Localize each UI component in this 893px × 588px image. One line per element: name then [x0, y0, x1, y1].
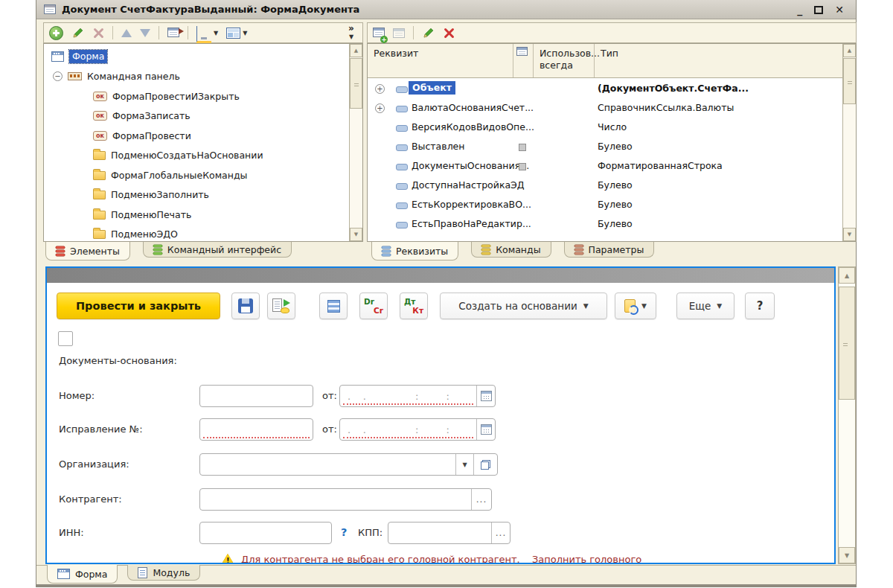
attribute-row[interactable]: Выставлен Булево — [368, 138, 856, 157]
kpp-field[interactable]: ... — [388, 522, 510, 544]
combo-dropdown-icon[interactable]: ▼ — [455, 454, 473, 475]
dr-cr-button[interactable]: Dr Cr — [359, 293, 388, 319]
tree-item[interactable]: ок ФормаПровести — [44, 126, 191, 145]
preview-form-button[interactable]: ▼ — [196, 27, 218, 39]
window-titlebar[interactable]: Документ СчетФактураВыданный: ФормаДокум… — [36, 0, 856, 19]
expand-icon[interactable]: + — [375, 84, 385, 94]
number-input[interactable] — [199, 385, 313, 407]
tree-item[interactable]: ок ФормаПровестиИЗакрыть — [44, 86, 240, 106]
open-button[interactable] — [473, 454, 497, 475]
create-based-on-button[interactable]: Создать на основании ▼ — [440, 293, 607, 319]
delete-attribute-icon[interactable] — [444, 28, 455, 39]
tab-module[interactable]: Модуль — [127, 565, 200, 581]
date-field[interactable]: . . : : — [339, 385, 496, 407]
tree-item[interactable]: ПодменюЗаполнить — [44, 185, 209, 204]
toolbar-overflow-button[interactable]: » ▼ — [345, 24, 357, 43]
check-elements-icon[interactable] — [167, 26, 179, 40]
organization-combo[interactable]: ▼ — [199, 453, 498, 476]
tab-label: Элементы — [70, 246, 120, 257]
use-always-checkbox[interactable] — [519, 144, 526, 151]
scroll-down-icon[interactable]: ▼ — [839, 547, 855, 563]
tree-item-form-root[interactable]: Форма — [44, 47, 107, 66]
attribute-row[interactable]: ЕстьКорректировкаВО... Булево — [368, 196, 856, 215]
warning-action-link[interactable]: Заполнить головного — [532, 554, 641, 564]
add-attribute-icon[interactable]: + — [373, 26, 385, 40]
move-down-icon[interactable] — [140, 29, 150, 37]
tree-item[interactable]: ПодменюЭДО — [44, 224, 178, 242]
header-use-always[interactable]: Использов... всегда — [534, 44, 595, 77]
date-input[interactable]: . . : : — [340, 386, 476, 406]
register-records-button[interactable] — [319, 293, 348, 319]
header-type[interactable]: Тип — [595, 44, 842, 77]
attributes-scrollbar[interactable]: ▲ ▼ — [842, 44, 856, 241]
scroll-down-icon[interactable]: ▼ — [843, 228, 856, 241]
attribute-row[interactable]: + ВалютаОснованияСчет... СправочникСсылк… — [368, 99, 856, 118]
counterparty-input[interactable] — [200, 489, 471, 510]
correction-input[interactable] — [199, 418, 313, 441]
more-button[interactable]: Еще ▼ — [676, 293, 734, 319]
scroll-up-icon[interactable]: ▲ — [350, 44, 362, 57]
post-document-button[interactable] — [267, 293, 295, 319]
tree-item[interactable]: ок ФормаЗаписать — [44, 106, 191, 125]
tab-elements[interactable]: Элементы — [45, 242, 130, 261]
tree-item-command-bar[interactable]: − Командная панель — [44, 66, 180, 86]
attribute-row[interactable]: ЕстьПравоНаРедактир... Булево — [368, 215, 856, 234]
register-records-icon — [327, 300, 340, 313]
add-icon[interactable] — [49, 26, 63, 40]
attribute-name: Выставлен — [412, 141, 464, 152]
save-button[interactable] — [231, 293, 260, 319]
scroll-up-icon[interactable]: ▲ — [843, 44, 856, 57]
date-input[interactable]: . . : : — [340, 419, 476, 440]
layout-mode-button[interactable]: ▼ — [226, 28, 247, 39]
kpp-label: КПП: — [358, 527, 383, 538]
use-always-checkbox[interactable] — [519, 163, 526, 170]
tab-attributes[interactable]: Реквизиты — [371, 242, 458, 261]
calendar-button[interactable] — [476, 386, 495, 406]
tab-command-interface[interactable]: Командный интерфейс — [143, 242, 292, 258]
correction-date-field[interactable]: . . : : — [339, 418, 496, 441]
help-button[interactable]: ? — [745, 293, 775, 319]
tab-form[interactable]: Форма — [47, 565, 118, 584]
scroll-down-icon[interactable]: ▼ — [350, 228, 362, 241]
calendar-button[interactable] — [476, 419, 495, 440]
tab-commands[interactable]: Команды — [471, 242, 551, 258]
move-up-icon[interactable] — [121, 29, 132, 37]
scrollbar-thumb[interactable] — [843, 58, 856, 104]
counterparty-field[interactable]: ... — [199, 488, 492, 511]
header-attribute[interactable]: Реквизит — [368, 44, 513, 77]
attribute-row[interactable]: ВерсияКодовВидовОпе... Число — [368, 118, 856, 138]
form-elements-tree: Форма − Командная панель ок ФормаПровест… — [43, 43, 363, 242]
close-button[interactable]: ✕ — [835, 4, 844, 16]
attribute-row[interactable]: + Объект (ДокументОбъект.СчетФа... — [368, 80, 856, 99]
maximize-button[interactable] — [814, 6, 823, 14]
form-scrollbar[interactable]: ▲ ▼ — [838, 266, 856, 564]
attribute-row[interactable]: ДокументыОснования... ФорматированнаяСтр… — [368, 157, 856, 176]
tree-item[interactable]: ФормаГлобальныеКоманды — [44, 165, 247, 185]
scrollbar-thumb[interactable] — [350, 58, 362, 109]
expand-icon[interactable]: + — [375, 103, 385, 113]
collapse-icon[interactable]: − — [53, 71, 63, 81]
inn-input[interactable] — [199, 522, 332, 544]
dt-kt-button[interactable]: Дт Кт — [400, 293, 428, 319]
edo-button[interactable]: ▼ — [615, 293, 656, 319]
edit-icon[interactable] — [71, 26, 85, 39]
scroll-up-icon[interactable]: ▲ — [839, 267, 855, 284]
tree-item[interactable]: ПодменюСоздатьНаОсновании — [44, 145, 263, 164]
minimize-button[interactable]: _ — [797, 4, 802, 16]
tab-parameters[interactable]: Параметры — [564, 242, 655, 258]
choose-button[interactable]: ... — [491, 523, 510, 543]
calendar-icon — [481, 424, 492, 435]
edit-attribute-icon[interactable] — [422, 26, 435, 39]
kpp-input[interactable] — [388, 523, 491, 543]
post-and-close-button[interactable]: Провести и закрыть — [57, 293, 220, 319]
inn-help-icon[interactable]: ? — [341, 526, 347, 538]
tree-item[interactable]: ПодменюПечать — [44, 205, 191, 224]
form-checkbox[interactable] — [58, 331, 73, 346]
choose-button[interactable]: ... — [471, 489, 491, 510]
scrollbar-thumb[interactable] — [839, 287, 855, 400]
attribute-row[interactable]: ДоступнаНастройкаЭД Булево — [368, 176, 856, 196]
ok-button-icon: ок — [93, 111, 107, 121]
organization-input[interactable] — [200, 454, 455, 475]
tree-scrollbar[interactable]: ▲ ▼ — [349, 44, 362, 241]
header-flag-column[interactable] — [513, 44, 534, 77]
